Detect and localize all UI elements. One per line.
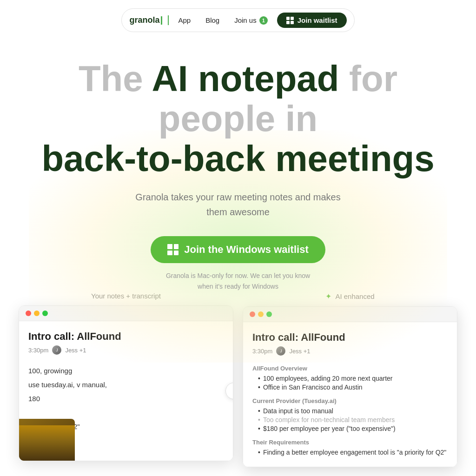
windows-icon-small — [286, 17, 294, 24]
cta-note-line1: Granola is Mac-only for now. We can let … — [166, 272, 310, 279]
section-header-2: Their Requirements — [252, 439, 448, 446]
ai-sparkle-icon: ✦ — [325, 292, 331, 301]
panels-section: Your notes + transcript Intro call: AllF… — [0, 292, 476, 467]
left-mac-window: Intro call: AllFound 3:30pm J Jess +1 10… — [19, 305, 233, 461]
right-panel-label: ✦ AI enhanced — [243, 292, 457, 301]
note-line-1: 100, growingg — [28, 364, 224, 378]
cta-note-line2: when it's ready for Windows — [198, 283, 278, 290]
section-header-1: Current Provider (Tuesday.ai) — [252, 397, 448, 404]
mac-dot-yellow-right — [258, 311, 264, 317]
nav-join-us-badge: 1 — [259, 16, 268, 25]
logo-text: granola — [129, 15, 159, 25]
mac-dot-green-left — [42, 311, 48, 316]
right-panel-body: Intro call: AllFound 3:30pm J Jess +1 Al… — [243, 322, 457, 467]
video-thumbnail — [19, 419, 75, 461]
bullet-0-0: 100 employees, adding 20 more next quart… — [258, 375, 448, 382]
mac-dot-yellow-left — [34, 311, 40, 316]
hero-section: The AI notepad for people in back-to-bac… — [0, 40, 476, 291]
left-panel-wrapper: Your notes + transcript Intro call: AllF… — [19, 292, 238, 467]
logo-cursor — [161, 16, 162, 25]
bullet-1-1: Too complex for non-technical team membe… — [258, 416, 448, 423]
hero-title-bold: AI notepad — [152, 58, 339, 99]
nav-waitlist-label: Join waitlist — [298, 16, 337, 24]
navbar: granola App Blog Join us 1 Join waitlist — [0, 0, 476, 40]
note-line-4 — [28, 406, 224, 420]
note-line-2: use tuesday.ai, v manual, — [28, 378, 224, 392]
nav-waitlist-button[interactable]: Join waitlist — [277, 13, 347, 28]
hero-title-line2: back-to-back meetings — [41, 138, 434, 179]
right-meeting-title: Intro call: AllFound — [252, 331, 448, 344]
right-mac-window: Intro call: AllFound 3:30pm J Jess +1 Al… — [243, 306, 457, 467]
bullet-0-1: Office in San Francisco and Austin — [258, 383, 448, 391]
bullet-1-2: $180 per employee per year ("too expensi… — [258, 425, 448, 432]
cta-waitlist-button[interactable]: Join the Windows waitlist — [151, 236, 325, 263]
bullet-1-0: Data input is too manual — [258, 407, 448, 415]
bullet-2-0: Finding a better employee engagement too… — [258, 449, 448, 456]
right-panel-label-text: AI enhanced — [335, 292, 374, 300]
hero-title-part1: The — [79, 58, 152, 99]
nav-join-us[interactable]: Join us 1 — [229, 14, 273, 26]
hero-subtitle: Granola takes your raw meeting notes and… — [28, 190, 448, 219]
nav-join-us-label: Join us — [234, 16, 257, 24]
right-avatar: J — [276, 346, 285, 356]
nav-app-link[interactable]: App — [172, 14, 196, 26]
right-meeting-time: 3:30pm — [252, 348, 272, 355]
section-header-0: AllFound Overview — [252, 365, 448, 372]
left-avatar: J — [52, 345, 61, 355]
left-meeting-title: Intro call: AllFound — [28, 331, 224, 343]
left-panel-body: Intro call: AllFound 3:30pm J Jess +1 10… — [19, 321, 233, 461]
video-person — [19, 425, 75, 461]
left-panel-label: Your notes + transcript — [19, 292, 233, 300]
hero-subtitle-line1: Granola takes your raw meeting notes and… — [135, 192, 340, 202]
right-meeting-meta: 3:30pm J Jess +1 — [252, 346, 448, 356]
left-meeting-attendee: Jess +1 — [65, 347, 86, 354]
cta-button-label: Join the Windows waitlist — [184, 244, 308, 256]
mac-dot-red-right — [250, 311, 255, 317]
mac-dot-red-left — [26, 311, 31, 316]
left-titlebar — [19, 306, 233, 321]
note-line-3: 180 — [28, 392, 224, 406]
hero-subtitle-line2: them awesome — [206, 207, 270, 217]
mac-dot-green-right — [266, 311, 272, 317]
nav-blog-link[interactable]: Blog — [200, 14, 225, 26]
right-meeting-attendee: Jess +1 — [289, 348, 310, 355]
panel-arrow[interactable]: › — [225, 383, 233, 399]
logo[interactable]: granola — [129, 15, 169, 25]
hero-title: The AI notepad for people in back-to-bac… — [28, 59, 448, 178]
left-meeting-time: 3:30pm — [28, 347, 48, 354]
right-panel-wrapper: ✦ AI enhanced Intro call: AllFound 3:30p… — [238, 292, 457, 467]
windows-icon-large — [167, 244, 178, 255]
nav-pill: granola App Blog Join us 1 Join waitlist — [121, 8, 354, 32]
cta-note: Granola is Mac-only for now. We can let … — [28, 271, 448, 291]
left-meeting-meta: 3:30pm J Jess +1 — [28, 345, 224, 355]
right-titlebar — [243, 307, 457, 322]
